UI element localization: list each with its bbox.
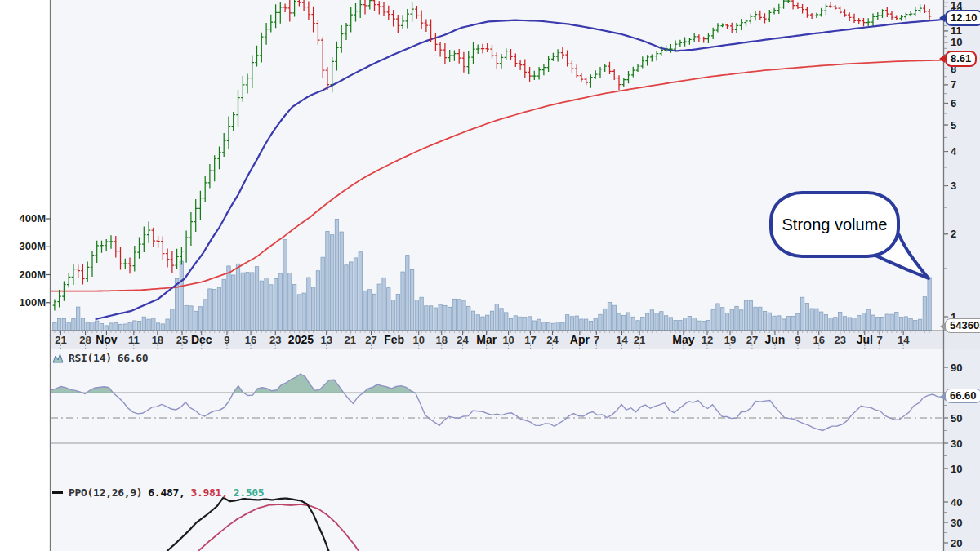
svg-text:27: 27 — [365, 334, 376, 346]
svg-text:25: 25 — [176, 334, 188, 346]
ppo-value-main: 6.487, — [148, 487, 185, 499]
svg-text:24: 24 — [457, 334, 469, 346]
svg-text:Nov: Nov — [96, 333, 118, 346]
date-axis: 2128Nov111825Dec916232025132127Feb101824… — [55, 331, 929, 349]
svg-text:7: 7 — [594, 334, 599, 346]
rsi-icon — [52, 353, 64, 364]
svg-text:30: 30 — [951, 517, 962, 529]
svg-text:9: 9 — [795, 334, 800, 346]
svg-text:3: 3 — [951, 180, 956, 192]
svg-text:2: 2 — [951, 228, 956, 240]
ppo-name: PPO(12,26,9) — [69, 487, 142, 499]
rsi-value: 66.60 — [118, 352, 149, 364]
svg-text:Jun: Jun — [764, 333, 785, 346]
svg-text:21: 21 — [55, 334, 66, 346]
svg-text:30: 30 — [951, 438, 962, 450]
volume-axis-label: 300M — [0, 240, 46, 252]
svg-text:10: 10 — [951, 36, 962, 48]
svg-text:13: 13 — [320, 334, 332, 346]
svg-text:17: 17 — [524, 334, 536, 346]
rsi-pane-bg — [51, 349, 943, 482]
svg-text:2025: 2025 — [288, 333, 314, 346]
svg-text:5: 5 — [951, 119, 956, 131]
svg-text:16: 16 — [245, 334, 256, 346]
ppo-value-signal: 3.981, — [191, 487, 228, 499]
annotation-callout: Strong volume — [769, 191, 900, 258]
svg-text:18: 18 — [436, 334, 448, 346]
svg-text:10: 10 — [413, 334, 425, 346]
svg-text:90: 90 — [951, 362, 962, 374]
price-pane-bg — [51, 0, 943, 331]
ppo-value-hist: 2.505 — [234, 487, 265, 499]
svg-text:Dec: Dec — [191, 333, 212, 346]
svg-text:4: 4 — [951, 145, 957, 158]
svg-text:7: 7 — [951, 78, 956, 91]
volume-axis-label: 100M — [0, 296, 46, 309]
svg-text:18: 18 — [152, 334, 163, 346]
svg-text:Mar: Mar — [476, 333, 497, 346]
svg-text:27: 27 — [746, 334, 758, 346]
svg-text:16: 16 — [813, 334, 825, 346]
svg-text:Feb: Feb — [384, 333, 404, 346]
svg-text:10: 10 — [502, 334, 514, 346]
rsi-label-row: RSI(14) 66.60 — [52, 352, 148, 364]
volume-axis-label: 400M — [0, 212, 46, 224]
ma-fast-arrow — [939, 14, 945, 22]
ma-fast-value-box: 12.10 — [945, 10, 980, 26]
svg-text:14: 14 — [898, 334, 910, 346]
svg-text:9: 9 — [224, 334, 229, 346]
ppo-label-row: PPO(12,26,9) 6.487, 3.981, 2.505 — [52, 487, 264, 499]
svg-text:14: 14 — [616, 334, 628, 346]
svg-text:21: 21 — [345, 334, 356, 346]
svg-text:40: 40 — [951, 496, 962, 509]
svg-text:28: 28 — [79, 334, 91, 346]
svg-text:19: 19 — [724, 334, 736, 346]
rsi-value-box: 66.60 — [945, 389, 980, 403]
last-volume-box: 543605 — [945, 318, 980, 333]
rsi-name: RSI(14) — [69, 352, 112, 364]
svg-text:23: 23 — [834, 334, 845, 346]
ppo-line-icon — [52, 491, 63, 494]
svg-text:7: 7 — [876, 334, 882, 346]
svg-text:23: 23 — [270, 334, 281, 346]
volume-axis-label: 200M — [0, 269, 46, 281]
svg-text:6: 6 — [951, 97, 956, 109]
svg-text:20: 20 — [951, 537, 962, 549]
ma-slow-arrow — [939, 55, 945, 63]
svg-text:21: 21 — [634, 334, 645, 346]
ma-slow-value-box: 8.61 — [945, 51, 977, 67]
svg-text:11: 11 — [951, 24, 962, 37]
svg-text:10: 10 — [951, 463, 962, 475]
svg-text:24: 24 — [546, 334, 559, 346]
svg-text:11: 11 — [128, 334, 140, 346]
svg-text:Apr: Apr — [570, 333, 590, 346]
stockchart-screenshot: { "colors": { "up": "#157a15", "down": "… — [0, 0, 980, 551]
svg-text:May: May — [672, 333, 694, 346]
svg-text:12: 12 — [702, 334, 713, 346]
stock-chart: 141312111098765432190705030104030202128N… — [0, 0, 980, 551]
svg-text:50: 50 — [951, 412, 962, 424]
svg-text:Jul: Jul — [857, 333, 873, 346]
